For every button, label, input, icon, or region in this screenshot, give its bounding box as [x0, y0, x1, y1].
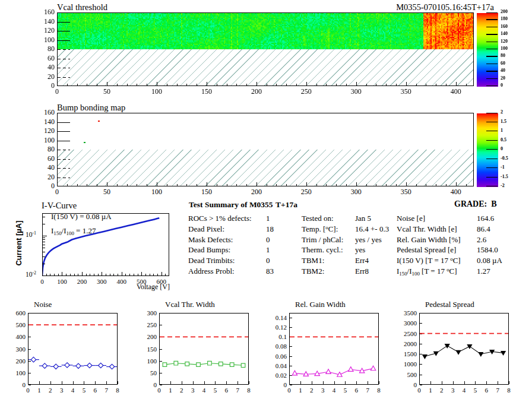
- summary-row-value: 2.6: [477, 236, 486, 244]
- colorbar-tick: [486, 177, 498, 178]
- x-axis-tick-label: 150: [195, 188, 218, 196]
- x-axis-tick-label: 100: [145, 88, 169, 96]
- y-axis-tick-label: 20: [28, 173, 55, 181]
- colorbar-tick-label: 40: [501, 68, 505, 74]
- pedestal-trend-title: Pedestal Spread: [425, 300, 474, 309]
- trend-y-tick-label: 300: [0, 346, 26, 353]
- summary-row-value: Jan 5: [355, 214, 371, 223]
- trend-y-tick-label: 300: [131, 309, 157, 316]
- trend-x-tick-label: 4: [460, 387, 469, 394]
- colorbar-tick-label: 80: [501, 53, 505, 59]
- colorbar-tick: [486, 167, 498, 168]
- y-axis-tick-label: 120: [28, 127, 55, 135]
- y-axis-tick-label: 160: [28, 8, 55, 16]
- trend-y-tick: [160, 385, 162, 385]
- iv-x-tick-label: 200: [73, 278, 91, 285]
- y-axis-tick-label: 100: [28, 36, 55, 44]
- x-axis-tick-label: 300: [344, 88, 368, 96]
- colorbar-tick-label: 100: [501, 46, 508, 52]
- rel_gain_width_trend-frame: [289, 313, 379, 385]
- summary-row-label: TBM1:: [302, 256, 324, 265]
- summary-row-label: Dead Trimbits:: [188, 256, 235, 265]
- trend-x-tick-label: 7: [493, 387, 502, 394]
- trend-x-tick-label: 8: [244, 387, 254, 394]
- summary-row-value: yes: [355, 246, 365, 254]
- colorbar-tick: [486, 149, 498, 150]
- y-axis-tick-label: 60: [28, 55, 55, 62]
- trend-x-tick-label: 8: [504, 387, 514, 394]
- trend-y-tick-label: 0.04: [261, 362, 287, 369]
- colorbar-tick: [486, 131, 498, 131]
- trend-y-tick-label: 200: [0, 357, 26, 365]
- trend-y-tick: [28, 385, 31, 385]
- trend-x-tick: [249, 381, 249, 384]
- trend-y-tick-label: 0.1: [261, 333, 287, 340]
- colorbar: [476, 12, 499, 87]
- iv-x-tick-label: 500: [132, 278, 150, 285]
- colorbar-tick-label: 140: [501, 31, 508, 37]
- trend-y-tick: [420, 385, 422, 385]
- vcal-map-title: Vcal threshold: [57, 2, 107, 12]
- trend-x-tick-label: 7: [233, 387, 242, 394]
- trend-y-tick-label: 0.02: [261, 372, 287, 379]
- x-axis-tick-label: 400: [444, 88, 468, 96]
- trend-y-tick-label: 50: [131, 369, 157, 376]
- trend-y-tick-label: 2000: [391, 340, 417, 347]
- noise_trend-frame: [28, 313, 118, 385]
- colorbar-tick: [486, 56, 498, 56]
- summary-row-value: 1: [266, 214, 270, 223]
- trend-x-tick-label: 5: [210, 387, 220, 394]
- trend-y-tick-label: 100: [131, 357, 157, 365]
- trend-y-tick-label: 500: [0, 321, 26, 328]
- iv-x-tick-label: 300: [93, 278, 110, 285]
- summary-row-value: 1: [266, 246, 270, 254]
- x-axis-tick-label: 350: [394, 188, 418, 196]
- trend-x-tick-label: 2: [46, 387, 55, 394]
- summary-row-label: Tested on:: [302, 214, 334, 223]
- trend-x-tick: [509, 381, 509, 384]
- trend-x-tick-label: 6: [482, 387, 491, 394]
- colorbar-tick: [486, 122, 498, 122]
- trend-x-tick-label: 5: [470, 387, 480, 394]
- summary-row-label: Pedestal Spread [e]: [397, 246, 456, 254]
- colorbar-tick: [486, 12, 498, 13]
- bump-map-frame: [57, 113, 474, 186]
- trend-x-tick-label: 0: [414, 387, 424, 394]
- x-axis-tick-label: 250: [294, 188, 318, 196]
- colorbar-tick-label: 0: [501, 147, 503, 152]
- trend-x-tick-label: 1: [426, 387, 435, 394]
- iv-y-tick-label: 10-2: [18, 271, 36, 278]
- colorbar-tick-label: -1.5: [501, 175, 508, 180]
- trend-x-tick-label: 7: [102, 387, 111, 394]
- trend-x-tick-label: 3: [188, 387, 198, 394]
- trend-y-tick-label: 3500: [391, 309, 417, 316]
- summary-row-label: Vcal Thr. Width [e]: [397, 225, 457, 233]
- colorbar-tick-label: 20: [501, 76, 505, 81]
- trend-x-tick-label: 1: [166, 387, 175, 394]
- y-axis-tick-label: 80: [28, 45, 55, 53]
- y-axis-tick-label: 60: [28, 155, 55, 163]
- colorbar-tick-label: -0.5: [501, 156, 508, 162]
- vcal-width-trend-title: Vcal Thr. Width: [165, 300, 215, 309]
- summary-row-value: Err8: [355, 267, 369, 276]
- summary-row-value: 16.4 +- 0.3: [355, 225, 389, 233]
- trend-y-tick-label: 250: [131, 321, 157, 328]
- trend-y-tick-label: 0: [131, 381, 157, 388]
- trend-x-tick-label: 2: [177, 387, 186, 394]
- trend-y-tick-label: 0: [261, 381, 287, 388]
- colorbar-tick: [486, 27, 498, 27]
- colorbar-tick-label: 120: [501, 39, 508, 45]
- trend-x-tick-label: 2: [437, 387, 446, 394]
- summary-row-label: TBM2:: [302, 267, 324, 276]
- trend-y-tick-label: 0.12: [261, 324, 287, 331]
- colorbar-tick-label: 160: [501, 24, 508, 30]
- summary-row-label: Therm. cycl.:: [302, 246, 343, 254]
- trend-y-tick-label: 0.06: [261, 353, 287, 360]
- iv-curve-title: I-V-Curve: [42, 201, 77, 211]
- module-test-report: Vcal threshold M0355-070105.16:45T+17a B…: [0, 0, 532, 399]
- x-axis-tick-label: 50: [95, 88, 119, 96]
- colorbar-tick-label: -1: [501, 165, 505, 170]
- trend-x-tick-label: 6: [352, 387, 361, 394]
- trend-y-tick-label: 150: [131, 346, 157, 353]
- trend-y-tick-label: 2500: [391, 330, 417, 337]
